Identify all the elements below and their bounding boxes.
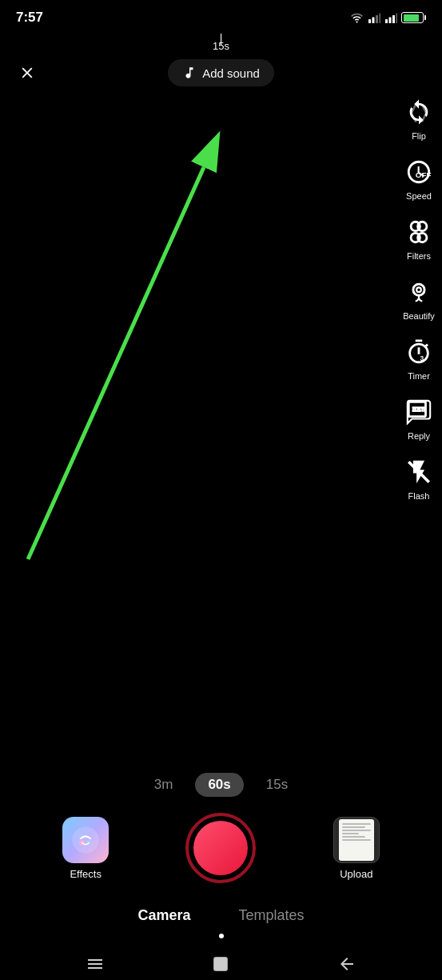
upload-icon <box>333 817 380 863</box>
duration-selector: 3m 60s 15s <box>0 773 442 797</box>
svg-rect-5 <box>389 17 392 23</box>
home-icon[interactable] <box>211 954 230 974</box>
close-icon <box>18 64 36 82</box>
flip-icon <box>405 98 432 126</box>
duration-3m[interactable]: 3m <box>154 777 173 793</box>
filters-label: Filters <box>407 251 431 261</box>
beautify-icon-wrap <box>402 275 436 309</box>
upload-doc-preview <box>339 819 374 861</box>
flip-icon-wrap <box>402 95 436 129</box>
svg-rect-7 <box>396 13 398 23</box>
tab-camera-label: Camera <box>137 907 190 923</box>
nav-bar <box>0 946 442 980</box>
doc-line-2 <box>342 826 365 828</box>
green-arrow <box>0 95 442 591</box>
tab-active-indicator <box>219 934 224 938</box>
wifi-icon <box>350 13 364 23</box>
flash-icon-wrap <box>402 455 436 489</box>
doc-line-4 <box>342 833 360 834</box>
doc-line-3 <box>342 830 371 831</box>
timer-icon-wrap: 3 <box>402 335 436 369</box>
signal1-icon <box>368 13 380 23</box>
effects-art <box>70 824 102 856</box>
tab-camera[interactable]: Camera <box>137 907 190 924</box>
speed-icon: OFF <box>405 158 432 186</box>
filters-icon <box>405 218 432 246</box>
back-icon[interactable] <box>337 954 356 974</box>
svg-rect-4 <box>385 19 388 23</box>
svg-point-15 <box>413 284 424 295</box>
upload-button[interactable]: Upload <box>333 817 380 880</box>
flash-icon <box>405 458 432 486</box>
flash-label: Flash <box>408 491 430 501</box>
viewfinder: Flip OFF Speed <box>0 95 442 760</box>
record-button-inner <box>193 821 248 875</box>
record-button[interactable] <box>185 813 256 883</box>
speed-label: Speed <box>406 191 432 201</box>
reply-label: Reply <box>408 431 430 441</box>
bottom-controls: Effects Upload <box>0 813 442 883</box>
speed-icon-wrap: OFF <box>402 155 436 189</box>
duration-60s[interactable]: 60s <box>195 773 243 797</box>
reply-icon <box>405 398 432 426</box>
svg-text:3: 3 <box>420 354 424 362</box>
beautify-label: Beautify <box>403 311 435 321</box>
svg-rect-1 <box>372 17 375 23</box>
doc-line-6 <box>342 839 371 841</box>
svg-point-20 <box>72 826 98 853</box>
sidebar-item-speed[interactable]: OFF Speed <box>402 155 436 201</box>
doc-line-1 <box>342 823 371 825</box>
app-container: 7:57 <box>0 0 442 980</box>
svg-rect-23 <box>214 958 227 970</box>
tab-templates-label: Templates <box>239 907 305 923</box>
sidebar-item-flash[interactable]: Flash <box>402 455 436 501</box>
status-bar: 7:57 <box>0 0 442 32</box>
add-sound-button[interactable]: Add sound <box>168 59 274 86</box>
svg-text:OFF: OFF <box>416 170 432 179</box>
flip-label: Flip <box>412 131 426 141</box>
svg-rect-2 <box>376 15 378 23</box>
svg-rect-3 <box>380 13 381 23</box>
header-row: Add sound <box>0 58 442 87</box>
right-sidebar: Flip OFF Speed <box>402 95 436 501</box>
svg-point-16 <box>416 287 421 292</box>
sidebar-item-timer[interactable]: 3 Timer <box>402 335 436 381</box>
svg-rect-0 <box>368 19 371 23</box>
sidebar-item-filters[interactable]: Filters <box>402 215 436 261</box>
sidebar-item-beautify[interactable]: Beautify <box>402 275 436 321</box>
upload-label: Upload <box>340 868 372 880</box>
status-time: 7:57 <box>16 10 43 26</box>
effects-button[interactable]: Effects <box>62 817 109 880</box>
record-button-wrap <box>185 813 256 883</box>
duration-15s[interactable]: 15s <box>266 777 288 793</box>
timeline-marker: 15s <box>0 32 442 52</box>
sidebar-item-flip[interactable]: Flip <box>402 95 436 141</box>
doc-line-5 <box>342 836 365 838</box>
battery-icon <box>401 12 426 23</box>
music-icon <box>182 66 197 80</box>
tab-bar: Camera Templates <box>0 899 442 929</box>
timer-label: Timer <box>408 371 430 381</box>
svg-line-9 <box>28 167 204 559</box>
close-button[interactable] <box>13 58 42 87</box>
svg-rect-6 <box>392 15 395 23</box>
menu-icon[interactable] <box>86 954 105 974</box>
tab-templates[interactable]: Templates <box>239 907 305 924</box>
filters-icon-wrap <box>402 215 436 249</box>
effects-icon <box>62 817 109 863</box>
beautify-icon <box>405 278 432 306</box>
timer-icon: 3 <box>405 338 432 366</box>
effects-label: Effects <box>70 868 102 880</box>
reply-icon-wrap <box>402 395 436 429</box>
signal2-icon <box>384 13 397 23</box>
status-icons <box>350 12 426 23</box>
sidebar-item-reply[interactable]: Reply <box>402 395 436 441</box>
